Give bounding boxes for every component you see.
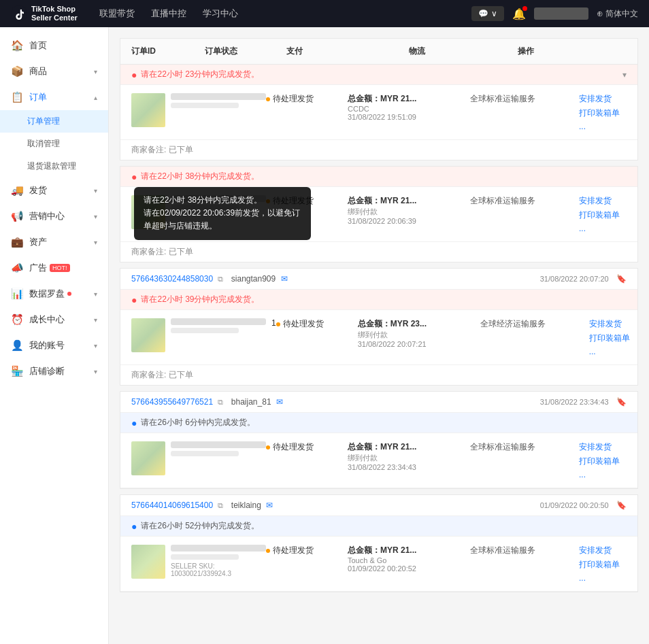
product-info (171, 93, 266, 108)
sidebar-item-growth[interactable]: ⏰ 成长中心 ▾ (0, 307, 108, 333)
payment-date: 31/08/2022 20:06:39 (348, 217, 470, 225)
message-icon[interactable]: ✉ (276, 397, 283, 407)
sidebar-item-cancel-management[interactable]: 取消管理 (0, 133, 108, 155)
chat-button[interactable]: 💬 ∨ (471, 6, 503, 21)
more-actions-button[interactable]: ... (589, 347, 649, 356)
order-id-link[interactable]: 576643630244858030 (131, 274, 213, 284)
note-row: 商家备注: 已下单 (120, 242, 637, 262)
username: teiklaing (231, 501, 261, 510)
bookmark-icon-empty[interactable]: 🔖 (616, 397, 627, 407)
bookmark-icon[interactable]: 🔖 (616, 274, 627, 284)
nav-link-live[interactable]: 直播中控 (151, 7, 186, 20)
more-actions-button[interactable]: ... (579, 470, 649, 479)
payment-amount: 总金额：MYR 21... (348, 441, 470, 453)
arrange-shipping-button[interactable]: 安排发货 (579, 195, 649, 207)
product-thumbnail (131, 93, 165, 127)
alert-row: ● 请在22小时 39分钟内完成发货。 (120, 290, 637, 310)
status-cell: 待处理发货 (276, 318, 358, 330)
order-date: 01/09/2022 00:20:50 (540, 501, 609, 509)
arrange-shipping-button[interactable]: 安排发货 (579, 545, 649, 556)
arrange-shipping-button[interactable]: 安排发货 (589, 318, 649, 330)
main-content: 订单ID 订单状态 支付 物流 操作 ● 请在22小时 23分钟内完成发货。 ▾ (109, 27, 649, 644)
sidebar-item-refund-management[interactable]: 退货退款管理 (0, 155, 108, 177)
product-cell: SELLER SKU: 10030021/339924.3 (131, 545, 266, 579)
print-packing-button[interactable]: 打印装箱单 (579, 559, 649, 571)
note-row: 商家备注: 已下单 (120, 140, 637, 160)
message-icon[interactable]: ✉ (266, 501, 273, 510)
arrange-shipping-button[interactable]: 安排发货 (579, 441, 649, 453)
sidebar: 🏠 首页 📦 商品 ▾ 📋 订单 ▴ 订单管理 取消管理 退货退款管理 🚚 发货… (0, 27, 109, 644)
language-button[interactable]: ⊕ 简体中文 (597, 8, 638, 20)
chevron-down-icon: ▾ (94, 213, 97, 220)
payment-method: 绑到付款 (358, 330, 480, 340)
sidebar-item-products[interactable]: 📦 商品 ▾ (0, 58, 108, 84)
sidebar-item-orders[interactable]: 📋 订单 ▴ (0, 84, 108, 110)
status-text: 待处理发货 (273, 545, 314, 556)
user-area[interactable] (534, 7, 588, 20)
sidebar-item-home[interactable]: 🏠 首页 (0, 33, 108, 58)
print-packing-button[interactable]: 打印装箱单 (579, 107, 649, 119)
order-id-section: 57664395564977652​1 ⧉ bhaijan_81 ✉ (131, 397, 283, 407)
sidebar-item-label: 订单 (29, 91, 47, 103)
status-cell: 待处理发货 (266, 441, 348, 453)
payment-method: 绑到付款 (348, 453, 470, 463)
product-cell: 1 (131, 318, 276, 352)
notification-bell[interactable]: 🔔 (512, 7, 526, 20)
print-packing-button[interactable]: 打印装箱单 (579, 209, 649, 221)
more-actions-button[interactable]: ... (579, 224, 649, 233)
copy-icon[interactable]: ⧉ (218, 501, 223, 509)
order-id-link[interactable]: 576644014069615400 (131, 501, 213, 510)
chevron-down-icon: ▾ (94, 187, 97, 194)
order-id-link[interactable]: 57664395564977652​1 (131, 397, 213, 407)
status-text: 待处理发货 (273, 93, 314, 105)
payment-amount: 总金额：MYR 21... (348, 93, 470, 105)
sidebar-item-shipping[interactable]: 🚚 发货 ▾ (0, 177, 108, 203)
shipping-service: 全球经济运输服务 (480, 319, 546, 328)
copy-icon[interactable]: ⧉ (218, 275, 223, 283)
home-icon: 🏠 (11, 39, 24, 52)
shipping-service: 全球标准运输服务 (470, 442, 535, 452)
sidebar-item-marketing[interactable]: 📢 营销中心 ▾ (0, 203, 108, 229)
product-name-blur (171, 318, 266, 325)
order-id-row: 57664395564977652​1 ⧉ bhaijan_81 ✉ 31/08… (120, 392, 637, 413)
alert-row-blue: ● 请在26小时 6分钟内完成发货。 (120, 413, 637, 433)
copy-icon[interactable]: ⧉ (218, 398, 223, 406)
order-date: 31/08/2022 20:07:20 (540, 275, 609, 283)
sidebar-item-assets[interactable]: 💼 资产 ▾ (0, 229, 108, 255)
sidebar-item-analytics[interactable]: 📊 数据罗盘 ▾ (0, 281, 108, 307)
order-block: 576643630244858030 ⧉ siangtan909 ✉ 31/08… (120, 268, 638, 386)
alert-text: 请在22小时 38分钟内完成发货。 (141, 171, 259, 182)
sidebar-item-order-management[interactable]: 订单管理 (0, 110, 108, 133)
arrange-shipping-button[interactable]: 安排发货 (579, 93, 649, 105)
product-info: SELLER SKU: 10030021/339924.3 (171, 545, 266, 577)
chevron-up-icon: ▴ (94, 94, 97, 101)
analytics-icon: 📊 (11, 288, 24, 300)
table-header: 订单ID 订单状态 支付 物流 操作 (120, 38, 638, 64)
sidebar-item-label: 发货 (29, 184, 47, 197)
payment-cell: 总金额：MYR 21... 绑到付款 31/08/2022 23:34:43 (348, 441, 470, 471)
order-date-section: 31/08/2022 20:07:20 🔖 (540, 274, 627, 284)
alert-text: 请在22小时 23分钟内完成发货。 (141, 69, 259, 80)
hot-badge: HOT! (50, 264, 70, 272)
sidebar-item-ads[interactable]: 📣 广告 HOT! (0, 255, 108, 281)
chevron-down-icon: ▾ (94, 239, 97, 246)
more-actions-button[interactable]: ... (579, 573, 649, 583)
sidebar-item-account[interactable]: 👤 我的账号 ▾ (0, 333, 108, 358)
more-actions-button[interactable]: ... (579, 122, 649, 131)
info-dot-icon: ● (131, 418, 137, 428)
alert-dot-icon: ● (131, 171, 137, 182)
print-packing-button[interactable]: 打印装箱单 (579, 456, 649, 467)
sidebar-item-diagnosis[interactable]: 🏪 店铺诊断 ▾ (0, 358, 108, 384)
assets-icon: 💼 (11, 236, 24, 248)
message-icon[interactable]: ✉ (281, 274, 288, 284)
order-block: ● 请在22小时 23分钟内完成发货。 ▾ 待处理发货 总金额：MYR (120, 64, 638, 160)
nav-link-alliance[interactable]: 联盟带货 (99, 7, 135, 20)
bookmark-icon-empty[interactable]: 🔖 (616, 501, 627, 510)
product-row: SELLER SKU: 10030021/339924.3 待处理发货 总金额：… (120, 537, 637, 592)
nav-link-learn[interactable]: 学习中心 (203, 7, 238, 20)
account-icon: 👤 (11, 339, 24, 352)
payment-cell: 总金额：MYR 21... CCDC 31/08/2022 19:51:09 (348, 93, 470, 121)
print-packing-button[interactable]: 打印装箱单 (589, 333, 649, 344)
chevron-down-icon[interactable]: ▾ (622, 70, 627, 80)
action-cell: 安排发货 打印装箱单 ... (579, 545, 649, 583)
